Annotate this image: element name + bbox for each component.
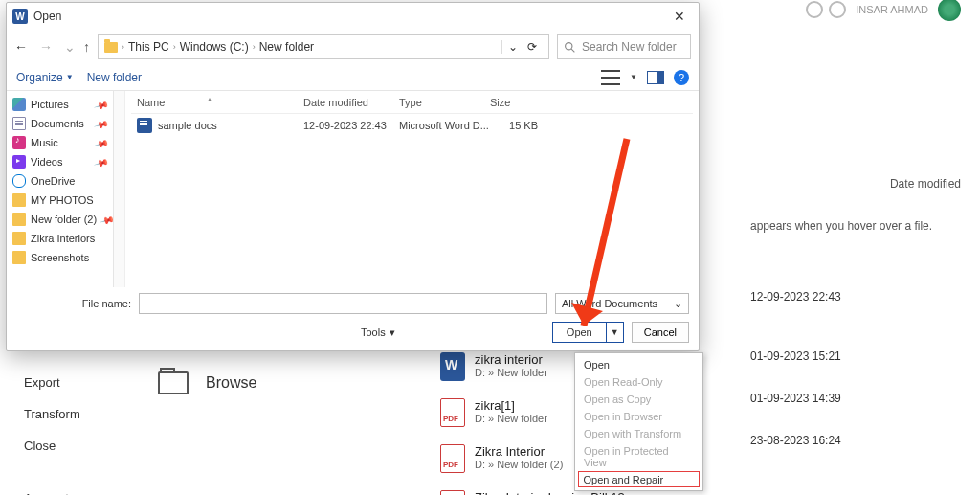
sidebar-item-label: Videos [31, 156, 62, 168]
sidebar-item-icon [12, 98, 26, 111]
bg-date-3: 23-08-2023 16:24 [750, 434, 961, 447]
address-dropdown-icon[interactable]: ⌄ [508, 40, 518, 54]
sidebar-item-icon [12, 136, 26, 149]
pdf-icon [440, 444, 465, 473]
bg-date-2: 01-09-2023 14:39 [750, 392, 961, 405]
dropdown-item: Open in Browser [578, 408, 700, 425]
file-pane: Name▴ Date modified Type Size sample doc… [114, 91, 699, 287]
backstage-close[interactable]: Close [24, 439, 139, 453]
dialog-titlebar: W Open ✕ [7, 3, 699, 30]
pin-icon[interactable]: 📌 [100, 212, 114, 227]
new-folder-button[interactable]: New folder [87, 71, 142, 84]
col-header-date[interactable]: Date modified [303, 97, 399, 108]
browse-label: Browse [206, 374, 256, 392]
sidebar-item[interactable]: OneDrive [9, 171, 111, 191]
sidebar-item-label: MY PHOTOS [31, 194, 94, 206]
pin-icon[interactable]: 📌 [94, 135, 109, 150]
col-header-name[interactable]: Name▴ [131, 97, 303, 108]
col-head-date: Date modified [750, 177, 961, 191]
view-mode-button[interactable] [601, 70, 620, 85]
filename-input[interactable] [139, 293, 547, 314]
sidebar-item[interactable]: Zikra Interiors [9, 229, 111, 248]
view-mode-caret[interactable]: ▼ [630, 73, 637, 81]
breadcrumb-folder[interactable]: New folder [259, 40, 314, 54]
filename-label: File name: [16, 298, 131, 309]
dialog-toolbar: Organize▼ New folder ▼ ? [7, 64, 699, 91]
cancel-button[interactable]: Cancel [632, 322, 689, 343]
backstage-account[interactable]: Account [24, 491, 139, 495]
dropdown-item[interactable]: Open [578, 356, 700, 373]
nav-up[interactable]: ↑ [83, 39, 90, 55]
sidebar-item[interactable]: Documents📌 [9, 114, 111, 133]
search-input[interactable]: Search New folder [557, 34, 691, 59]
file-name: sample docs [158, 120, 217, 131]
chevron-down-icon: ⌄ [674, 298, 682, 310]
breadcrumb-sep: › [173, 42, 176, 52]
file-type-filter[interactable]: All Word Documents ⌄ [555, 293, 689, 314]
dropdown-item: Open in Protected View [578, 442, 700, 471]
preview-pane-button[interactable] [647, 71, 664, 84]
recent-file-name: zikra interior [475, 352, 547, 367]
tools-dropdown[interactable]: Tools▾ [361, 326, 395, 339]
bg-date-1: 01-09-2023 15:21 [750, 349, 961, 363]
file-row[interactable]: sample docs12-09-2023 22:43Microsoft Wor… [131, 114, 693, 137]
backstage-transform[interactable]: Transform [24, 407, 139, 421]
sidebar-item[interactable]: Videos📌 [9, 152, 111, 171]
nav-back[interactable]: ← [14, 39, 28, 55]
close-button[interactable]: ✕ [666, 9, 693, 24]
sidebar-scrollbar[interactable] [114, 91, 125, 287]
sidebar-item-icon [12, 155, 26, 169]
search-icon [564, 41, 576, 54]
hover-hint: appears when you hover over a file. [750, 219, 961, 233]
breadcrumb-sep: › [253, 42, 256, 52]
sidebar-item[interactable]: Pictures📌 [9, 95, 111, 114]
pin-icon[interactable]: 📌 [94, 116, 109, 131]
nav-recent-dropdown[interactable]: ⌄ [64, 39, 76, 55]
breadcrumb-thispc[interactable]: This PC [128, 40, 169, 54]
search-placeholder: Search New folder [582, 40, 677, 54]
refresh-icon[interactable]: ⟳ [527, 40, 537, 54]
pin-icon[interactable]: 📌 [94, 154, 109, 169]
browse-button[interactable]: Browse [158, 371, 256, 394]
sidebar: Pictures📌Documents📌Music📌Videos📌OneDrive… [7, 91, 114, 287]
recent-file-name: zikra[1] [475, 398, 547, 413]
sidebar-item[interactable]: New folder (2)📌 [9, 210, 111, 229]
breadcrumb-sep: › [122, 42, 124, 52]
help-button[interactable]: ? [674, 70, 689, 85]
word-icon: W [12, 9, 28, 24]
open-dropdown-caret[interactable]: ▼ [606, 323, 623, 342]
sidebar-item-icon [12, 251, 26, 264]
col-header-size[interactable]: Size [490, 97, 547, 108]
sidebar-item-label: Pictures [31, 99, 69, 110]
sidebar-item[interactable]: Music📌 [9, 133, 111, 152]
open-button[interactable]: Open [553, 323, 606, 342]
sidebar-item-icon [12, 232, 26, 245]
recent-file-path: D: » New folder (2) [475, 459, 563, 470]
sidebar-item[interactable]: Screenshots [9, 248, 111, 267]
backstage-export[interactable]: Export [24, 375, 139, 390]
pin-icon[interactable]: 📌 [94, 97, 109, 112]
recent-file-name: Zikra Interior [475, 444, 563, 459]
bg-date-0: 12-09-2023 22:43 [750, 290, 961, 304]
nav-bar: ← → ⌄ ↑ › This PC › Windows (C:) › New f… [7, 30, 699, 64]
sort-indicator-icon: ▴ [208, 95, 212, 103]
sidebar-item-label: Documents [31, 118, 84, 129]
sidebar-item[interactable]: MY PHOTOS [9, 191, 111, 210]
col-header-type[interactable]: Type [399, 97, 490, 108]
open-split-button: Open ▼ [552, 322, 624, 343]
address-bar[interactable]: › This PC › Windows (C:) › New folder ⌄ … [98, 34, 549, 59]
pdf-icon [440, 398, 465, 427]
nav-forward[interactable]: → [39, 39, 53, 55]
dropdown-item[interactable]: Open and Repair [578, 471, 700, 487]
background-right-column: Date modified appears when you hover ove… [731, 77, 980, 485]
breadcrumb-drive[interactable]: Windows (C:) [180, 40, 249, 54]
folder-icon [158, 371, 189, 394]
file-type: Microsoft Word D... [399, 120, 490, 131]
recent-file-path: D: » New folder [475, 367, 547, 378]
user-name: INSAR AHMAD [856, 4, 928, 15]
organize-button[interactable]: Organize▼ [16, 71, 74, 84]
sidebar-item-label: Screenshots [31, 252, 89, 263]
avatar[interactable] [938, 0, 961, 21]
sidebar-item-icon [12, 213, 26, 226]
svg-line-1 [571, 49, 574, 52]
